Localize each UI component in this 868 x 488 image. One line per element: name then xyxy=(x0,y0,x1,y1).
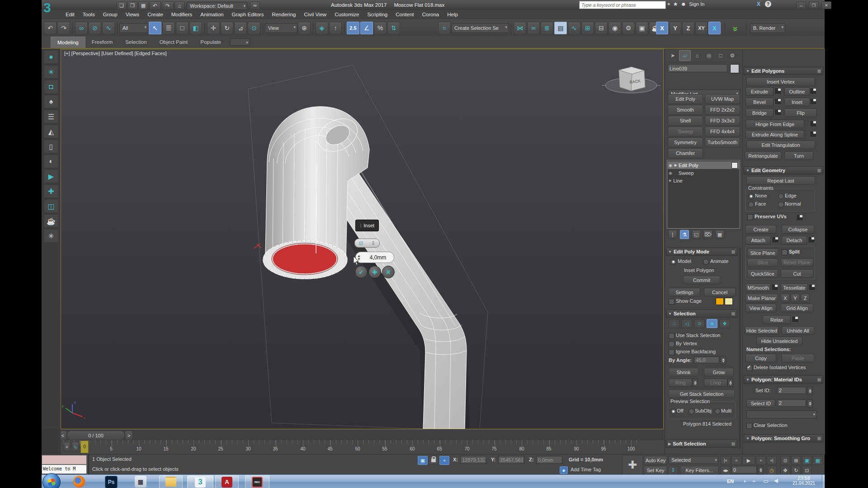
close-button[interactable]: ✕ xyxy=(821,1,831,9)
attach-button[interactable]: Attach xyxy=(745,236,771,244)
motion-tab[interactable]: ◎ xyxy=(703,51,714,61)
caddy-apply-continue-button[interactable]: ✚ xyxy=(368,266,381,278)
preview-off-radio[interactable] xyxy=(670,408,676,414)
auto-key-button[interactable]: Auto Key xyxy=(644,456,667,465)
menu-scripting[interactable]: Scripting xyxy=(363,10,392,19)
time-slider-track[interactable] xyxy=(61,430,664,441)
bind-to-space-warp-icon[interactable]: ∿ xyxy=(102,22,115,34)
modifier-button-symmetry[interactable]: Symmetry xyxy=(668,137,703,147)
outline-button[interactable]: Outline xyxy=(784,87,810,96)
network-icon[interactable]: ▭ xyxy=(763,478,769,484)
play-animation-button[interactable]: ▶ xyxy=(742,456,755,465)
taskbar-acrobat-button[interactable]: A xyxy=(215,475,239,488)
taskbar-explorer-button[interactable] xyxy=(159,475,183,488)
material-editor-icon[interactable]: ◉ xyxy=(609,22,621,34)
caddy-polygon-mode-icon[interactable]: ⊡ xyxy=(359,240,363,246)
modifier-button-ffd4[interactable]: FFD 4x4x4 xyxy=(705,127,740,136)
slice-plane-button[interactable]: Slice Plane xyxy=(747,249,778,257)
ribbon-tab-modeling[interactable]: Modeling xyxy=(51,37,85,48)
modifier-button-edit-poly[interactable]: Edit Poly xyxy=(668,94,703,104)
ribbon-menu-icon[interactable] xyxy=(230,38,250,46)
power-plug-icon[interactable]: ⌁ xyxy=(752,478,756,484)
tessellate-settings-icon[interactable] xyxy=(808,284,816,291)
menu-civil-view[interactable]: Civil View xyxy=(300,10,330,19)
previous-key-button[interactable]: « xyxy=(731,456,741,465)
preview-multi-radio[interactable] xyxy=(715,408,721,414)
caddy-amount-value[interactable]: 4,0mm xyxy=(362,254,394,261)
visibility-eye-icon[interactable]: ◉ xyxy=(669,171,672,175)
create-tab[interactable]: ➤ xyxy=(667,51,678,61)
favorites-star-icon[interactable]: ★ xyxy=(673,1,678,7)
select-by-name-icon[interactable]: ☰ xyxy=(162,22,175,34)
edge-subobject-icon[interactable]: ◁ xyxy=(681,319,692,328)
inset-button[interactable]: Inset xyxy=(784,98,810,106)
corona-swirl-icon[interactable]: ◐ xyxy=(44,155,58,168)
taskbar-3dsmax-button[interactable]: 3 xyxy=(187,475,213,488)
polygon-subobject-icon[interactable]: ■ xyxy=(707,319,717,328)
border-subobject-icon[interactable]: ⊃ xyxy=(694,319,705,328)
modifier-button-turbosmooth[interactable]: TurboSmooth xyxy=(705,137,740,147)
tray-expand-icon[interactable]: ▲ xyxy=(743,479,746,483)
ignore-backfacing-checkbox[interactable] xyxy=(669,349,675,355)
search-input[interactable] xyxy=(579,1,666,9)
rollout-edit-geometry[interactable]: ▼ Edit Geometry ▦ xyxy=(744,166,823,174)
object-color-swatch[interactable] xyxy=(730,64,739,73)
make-unique-icon[interactable]: ◱ xyxy=(692,230,701,239)
retriangulate-button[interactable]: Retriangulate xyxy=(745,151,782,160)
gear-flower-icon[interactable]: ✳ xyxy=(44,229,58,243)
ribbon-tab-freeform[interactable]: Freeform xyxy=(85,37,119,47)
menu-group[interactable]: Group xyxy=(99,10,122,19)
qat-more-icon[interactable]: ≂ xyxy=(250,1,260,10)
collapse-button[interactable]: Collapse xyxy=(782,225,814,234)
shrink-button[interactable]: Shrink xyxy=(669,368,698,376)
selection-lock-icon[interactable] xyxy=(429,456,439,465)
schematic-view-icon[interactable]: ⊟ xyxy=(595,22,608,34)
select-and-link-icon[interactable]: ∞ xyxy=(75,22,88,34)
go-to-end-button[interactable]: »| xyxy=(767,456,777,465)
menu-views[interactable]: Views xyxy=(122,10,143,19)
axis-z-button[interactable]: Z xyxy=(682,22,694,34)
redo-scene-icon[interactable]: ↷ xyxy=(57,22,70,34)
model-radio[interactable] xyxy=(670,259,676,265)
set-id-field[interactable] xyxy=(777,387,806,394)
bridge-settings-icon[interactable] xyxy=(774,109,782,116)
zoom-extents-all-icon[interactable]: ▦ xyxy=(813,456,823,465)
commit-button[interactable]: Commit xyxy=(683,276,720,284)
open-file-icon[interactable]: ❐ xyxy=(127,1,137,10)
spinner-snap-icon[interactable]: ⇅ xyxy=(387,22,400,34)
select-id-field[interactable] xyxy=(777,399,806,407)
menu-edit[interactable]: Edit xyxy=(61,10,79,19)
reference-coordinate-dropdown[interactable]: View xyxy=(265,23,297,33)
modifier-button-chamfer[interactable]: Chamfer xyxy=(668,148,703,158)
caddy-dropdown-icon[interactable]: ⇩ xyxy=(371,240,375,246)
rendered-frame-window-icon[interactable]: ▣ xyxy=(636,22,648,34)
save-file-icon[interactable]: ▦ xyxy=(138,1,148,10)
bridge-button[interactable]: Bridge xyxy=(745,108,774,117)
time-configuration-icon[interactable]: ◷ xyxy=(767,466,777,475)
attach-settings-icon[interactable] xyxy=(772,236,779,243)
hierarchy-tab[interactable]: ⌂ xyxy=(692,51,703,61)
time-slider-handle-bar[interactable]: 0 / 100 xyxy=(67,431,125,440)
select-and-manipulate-icon[interactable]: ◈ xyxy=(316,22,328,34)
z-coordinate-field[interactable] xyxy=(536,456,562,464)
selection-filter-dropdown[interactable]: All xyxy=(119,23,148,33)
outline-settings-icon[interactable] xyxy=(810,88,817,94)
copy-selection-button[interactable]: Copy xyxy=(745,354,776,362)
modifier-button-smooth[interactable]: Smooth xyxy=(668,105,703,115)
menu-help[interactable]: Help xyxy=(443,10,462,19)
bevel-button[interactable]: Bevel xyxy=(745,98,774,106)
undo-icon[interactable]: ↶ xyxy=(149,1,161,10)
keyboard-shortcut-override-icon[interactable]: ↑ xyxy=(329,22,342,34)
vertex-subobject-icon[interactable]: ∴ xyxy=(669,319,679,328)
forest-scatter-icon[interactable]: ♠ xyxy=(44,95,58,108)
caddy-grip-icon[interactable]: ∣ xyxy=(360,223,362,228)
curve-editor-icon[interactable]: ∿ xyxy=(568,22,580,34)
cancel-operation-button[interactable]: Cancel xyxy=(704,288,736,296)
ribbon-tab-selection[interactable]: Selection xyxy=(119,37,153,47)
view-align-button[interactable]: View Align xyxy=(745,304,776,312)
manage-layers-icon[interactable]: ≣ xyxy=(541,22,553,34)
b-render-button[interactable]: B. Render xyxy=(750,23,785,33)
grow-button[interactable]: Grow xyxy=(704,368,734,376)
monitor-play-icon[interactable]: ▶ xyxy=(44,169,58,183)
modifier-button-ffd3[interactable]: FFD 3x3x3 xyxy=(705,116,740,126)
